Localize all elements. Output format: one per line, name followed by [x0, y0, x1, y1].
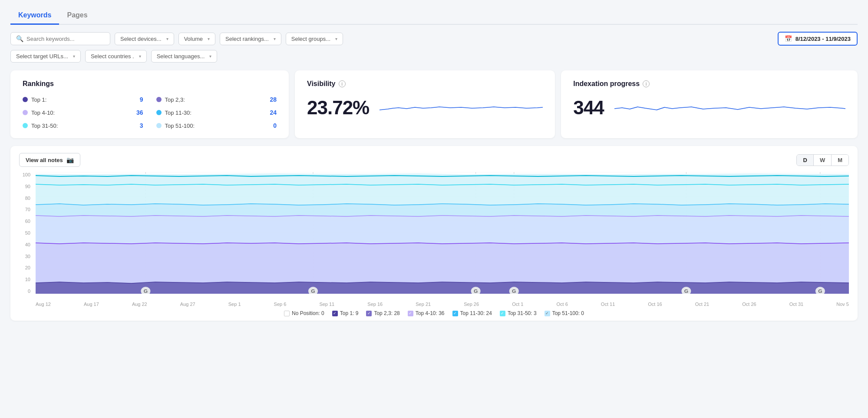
x-label-oct21: Oct 21 [695, 302, 709, 307]
indexation-sparkline [614, 95, 845, 121]
legend-label-top3150: Top 31-50: 3 [508, 310, 537, 316]
ranking-row-top1130: Top 11-30: 24 [156, 108, 277, 117]
x-label-oct16: Oct 16 [648, 302, 662, 307]
x-label-oct26: Oct 26 [742, 302, 756, 307]
legend-no-position[interactable]: No Position: 0 [284, 310, 324, 316]
languages-label: Select languages... [157, 53, 205, 60]
target-urls-filter[interactable]: Select target URLs... ▾ [10, 50, 81, 63]
dot-top23 [156, 97, 162, 102]
visibility-card: Visibility i 23.72% [295, 70, 555, 138]
period-btn-w[interactable]: W [814, 155, 832, 166]
indexation-card: Indexation progress i 344 [561, 70, 858, 138]
pin-icon: 📷 [66, 156, 74, 163]
x-label-sep16: Sep 16 [367, 302, 383, 307]
legend-checkbox-top23[interactable]: ✓ [366, 311, 372, 316]
visibility-value: 23.72% [307, 97, 369, 119]
y-label-60: 60 [19, 219, 32, 224]
indexation-body: 344 [573, 95, 845, 121]
view-all-notes-button[interactable]: View all notes 📷 [19, 153, 80, 167]
volume-label: Volume [184, 36, 203, 42]
legend-label-top23: Top 2,3: 28 [374, 310, 399, 316]
dot-top1130 [156, 110, 162, 115]
legend-checkbox-top1[interactable]: ✓ [332, 311, 338, 316]
chart-x-labels: Aug 12 Aug 17 Aug 22 Aug 27 Sep 1 Sep 6 … [36, 302, 849, 307]
y-label-20: 20 [19, 265, 32, 270]
chevron-down-icon: ▾ [166, 36, 168, 41]
ranking-row-top3150: Top 31-50: 3 [23, 121, 143, 130]
visibility-info-icon[interactable]: i [339, 80, 346, 87]
search-keywords-input[interactable]: 🔍 [10, 32, 110, 45]
stats-row: Rankings Top 1: 9 Top 2,3: 28 Top 4-10: [10, 70, 858, 138]
legend-top410[interactable]: ✓ Top 4-10: 36 [408, 310, 445, 316]
legend-checkbox-top410[interactable]: ✓ [408, 311, 413, 316]
chevron-down-icon: ▾ [139, 54, 141, 59]
tab-keywords[interactable]: Keywords [10, 7, 59, 25]
search-icon: 🔍 [16, 35, 23, 42]
ranking-value-top23: 28 [270, 96, 277, 103]
tab-pages[interactable]: Pages [59, 7, 95, 25]
y-label-30: 30 [19, 254, 32, 259]
indexation-info-icon[interactable]: i [643, 80, 650, 87]
svg-text:G: G [818, 289, 822, 293]
dot-top3150 [23, 123, 28, 128]
svg-text:G: G [311, 289, 315, 293]
legend-checkbox-top1130[interactable]: ✓ [452, 311, 458, 316]
legend-top1130[interactable]: ✓ Top 11-30: 24 [452, 310, 492, 316]
rankings-label: Select rankings... [225, 36, 269, 42]
x-label-sep21: Sep 21 [416, 302, 431, 307]
legend-checkbox-top3150[interactable]: ✓ [500, 311, 505, 316]
ranking-value-top1: 9 [140, 96, 143, 103]
rankings-filter[interactable]: Select rankings... ▾ [220, 33, 281, 45]
date-range-picker[interactable]: 📅 8/12/2023 - 11/9/2023 [778, 32, 858, 46]
ranking-label-top3150: Top 31-50: [31, 123, 136, 129]
ranking-row-top410: Top 4-10: 36 [23, 108, 143, 117]
svg-marker-24 [36, 282, 849, 294]
visibility-sparkline [380, 95, 543, 121]
y-label-100: 100 [19, 172, 32, 177]
ranking-label-top51100: Top 51-100: [165, 123, 270, 129]
x-label-aug27: Aug 27 [180, 302, 195, 307]
legend-label-top51100: Top 51-100: 0 [552, 310, 584, 316]
legend-label-top410: Top 4-10: 36 [416, 310, 445, 316]
ranking-row-top23: Top 2,3: 28 [156, 95, 277, 104]
devices-filter[interactable]: Select devices... ▾ [115, 33, 174, 45]
legend-label-top1130: Top 11-30: 24 [460, 310, 492, 316]
legend-top3150[interactable]: ✓ Top 31-50: 3 [500, 310, 537, 316]
legend-top23[interactable]: ✓ Top 2,3: 28 [366, 310, 399, 316]
x-label-aug17: Aug 17 [84, 302, 99, 307]
legend-checkbox-top51100[interactable]: ✓ [545, 311, 550, 316]
chart-header: View all notes 📷 D W M [19, 153, 849, 167]
period-btn-m[interactable]: M [832, 155, 848, 166]
ranking-label-top1130: Top 11-30: [165, 109, 267, 116]
chevron-down-icon: ▾ [274, 36, 276, 41]
legend-checkbox-no-position[interactable] [284, 311, 290, 316]
legend-top51100[interactable]: ✓ Top 51-100: 0 [545, 310, 584, 316]
ranking-row-top51100: Top 51-100: 0 [156, 121, 277, 130]
chart-area: G G G G G G [36, 172, 849, 294]
countries-filter[interactable]: Select countries . ▾ [85, 50, 147, 63]
x-label-sep11: Sep 11 [319, 302, 334, 307]
languages-filter[interactable]: Select languages... ▾ [151, 50, 218, 63]
period-btn-d[interactable]: D [797, 155, 813, 166]
date-range-value: 8/12/2023 - 11/9/2023 [795, 36, 851, 42]
filter-row-1: 🔍 Select devices... ▾ Volume ▾ Select ra… [10, 32, 858, 46]
groups-filter[interactable]: Select groups... ▾ [286, 33, 343, 45]
calendar-icon: 📅 [785, 35, 792, 42]
indexation-value: 344 [573, 97, 604, 119]
chart-section: View all notes 📷 D W M 0 10 20 30 40 50 … [10, 146, 858, 321]
search-input[interactable] [26, 36, 105, 42]
filter-row-2: Select target URLs... ▾ Select countries… [10, 50, 858, 63]
svg-text:G: G [512, 289, 516, 293]
x-label-oct31: Oct 31 [789, 302, 803, 307]
volume-filter[interactable]: Volume ▾ [178, 33, 215, 45]
legend-top1[interactable]: ✓ Top 1: 9 [332, 310, 359, 316]
view-all-notes-label: View all notes [26, 157, 63, 163]
legend-label-top1: Top 1: 9 [340, 310, 359, 316]
x-label-sep6: Sep 6 [274, 302, 287, 307]
ranking-label-top23: Top 2,3: [165, 96, 267, 103]
chevron-down-icon: ▾ [73, 54, 75, 59]
svg-text:G: G [684, 289, 688, 293]
ranking-row-top1: Top 1: 9 [23, 95, 143, 104]
groups-label: Select groups... [291, 36, 330, 42]
x-label-oct11: Oct 11 [601, 302, 615, 307]
